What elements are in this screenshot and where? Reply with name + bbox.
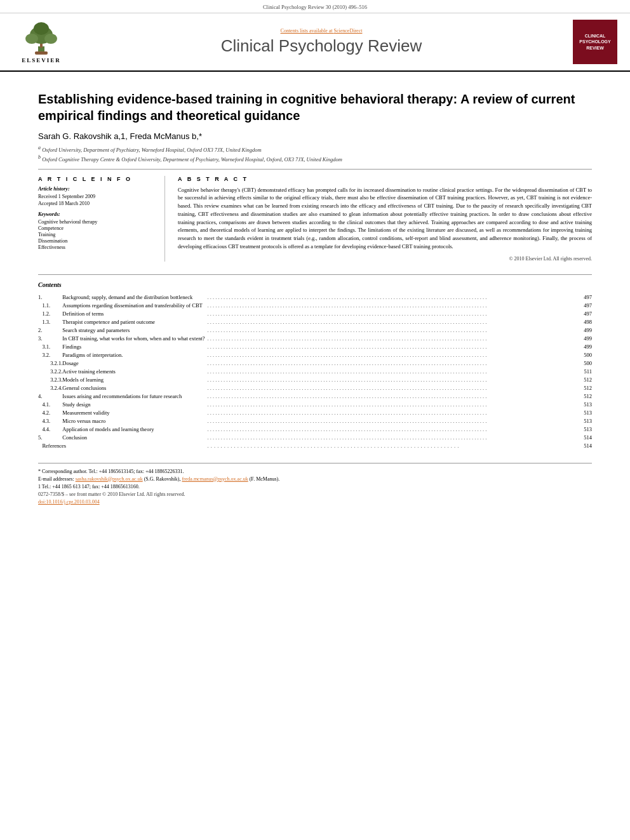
svg-point-3 (25, 34, 38, 44)
keyword-1: Cognitive behavioral therapy (38, 219, 155, 225)
journal-logo-right: CLINICALPSYCHOLOGYREVIEW (573, 20, 617, 64)
toc-sub2-cell (50, 318, 62, 326)
toc-dots: . . . . . . . . . . . . . . . . . . . . … (205, 434, 584, 442)
toc-title-cell: Issues arising and recommendations for f… (62, 392, 204, 401)
toc-sub1-cell (42, 293, 50, 302)
toc-page: 513 (584, 417, 592, 425)
toc-num-cell: 2. (38, 326, 42, 335)
toc-row: 2.Search strategy and parameters . . . .… (38, 326, 592, 335)
toc-row: 1.Background; supply, demand and the dis… (38, 293, 592, 302)
toc-row: 3.In CBT training, what works for whom, … (38, 335, 592, 343)
toc-row: 4.1.Study design . . . . . . . . . . . .… (38, 401, 592, 409)
elsevier-tree-icon (19, 21, 64, 56)
toc-row: References. . . . . . . . . . . . . . . … (38, 442, 592, 450)
journal-header: ELSEVIER Contents lists available at Sci… (0, 13, 630, 72)
toc-sub1-cell: 1.3. (42, 318, 50, 326)
abstract-header: A B S T R A C T (178, 176, 592, 182)
toc-page: 513 (584, 409, 592, 417)
toc-row: 5.Conclusion . . . . . . . . . . . . . .… (38, 434, 592, 442)
doi-link[interactable]: doi:10.1016/j.cpr.2010.03.004 (38, 499, 100, 505)
toc-sub2-cell (50, 335, 62, 343)
toc-sub1-cell: 1.1. (42, 302, 50, 310)
toc-title-cell: In CBT training, what works for whom, wh… (62, 335, 204, 343)
toc-sub2-cell: 3.2.3. (50, 376, 62, 384)
toc-row: 1.1.Assumptions regarding dissemination … (38, 302, 592, 310)
toc-sub2-cell (50, 302, 62, 310)
article-info-abstract: A R T I C L E I N F O Article history: R… (38, 176, 592, 262)
toc-title-cell: Conclusion (62, 434, 204, 442)
toc-row: 3.2.1.Dosage . . . . . . . . . . . . . .… (38, 359, 592, 368)
journal-citation: Clinical Psychology Review 30 (2010) 496… (263, 4, 367, 10)
toc-dots: . . . . . . . . . . . . . . . . . . . . … (205, 442, 584, 450)
toc-sub2-cell (50, 343, 62, 351)
toc-row: 4.Issues arising and recommendations for… (38, 392, 592, 401)
keyword-2: Competence (38, 225, 155, 231)
elsevier-wordmark: ELSEVIER (22, 57, 61, 63)
toc-sub2-cell (50, 425, 62, 434)
toc-title-cell: Measurement validity (62, 409, 204, 417)
toc-sub2-cell (50, 417, 62, 425)
toc-dots: . . . . . . . . . . . . . . . . . . . . … (205, 351, 584, 359)
toc-title-cell: Background; supply, demand and the distr… (62, 293, 204, 302)
toc-page: 497 (584, 310, 592, 318)
svg-point-5 (34, 22, 49, 35)
toc-sub1-cell: 1.2. (42, 310, 50, 318)
toc-dots: . . . . . . . . . . . . . . . . . . . . … (205, 425, 584, 434)
toc-page: 512 (584, 376, 592, 384)
keyword-5: Effectiveness (38, 244, 155, 250)
footnote1: 1 Tel.: +44 1865 613 147; fax: +44 18865… (38, 484, 592, 490)
sciencedirect-label: Contents lists available at ScienceDirec… (70, 28, 573, 34)
svg-point-4 (44, 34, 57, 44)
toc-sub1-cell (42, 359, 50, 368)
toc-dots: . . . . . . . . . . . . . . . . . . . . … (205, 417, 584, 425)
keywords-list: Cognitive behavioral therapy Competence … (38, 219, 155, 250)
toc-title-cell: Assumptions regarding dissemination and … (62, 302, 204, 310)
journal-name: Clinical Psychology Review (70, 36, 573, 56)
toc-page: 512 (584, 392, 592, 401)
article-info-header: A R T I C L E I N F O (38, 176, 155, 182)
history-label: Article history: (38, 186, 155, 192)
keyword-3: Training (38, 232, 155, 237)
toc-row: 4.2.Measurement validity . . . . . . . .… (38, 409, 592, 417)
toc-row: 3.2.3.Models of learning . . . . . . . .… (38, 376, 592, 384)
email2-link[interactable]: freda.mcmanus@psych.ox.ac.uk (182, 476, 248, 482)
sciencedirect-link[interactable]: ScienceDirect (334, 28, 363, 34)
toc-title-cell: Application of models and learning theor… (62, 425, 204, 434)
email1-link[interactable]: sasha.rakovshik@psych.ox.ac.uk (76, 476, 143, 482)
toc-dots: . . . . . . . . . . . . . . . . . . . . … (205, 359, 584, 368)
toc-dots: . . . . . . . . . . . . . . . . . . . . … (205, 302, 584, 310)
article-title: Establishing evidence-based training in … (38, 91, 592, 124)
toc-row: 4.3.Micro versus macro . . . . . . . . .… (38, 417, 592, 425)
toc-dots: . . . . . . . . . . . . . . . . . . . . … (205, 343, 584, 351)
toc-sub1-cell: 3.2. (42, 351, 50, 359)
toc-dots: . . . . . . . . . . . . . . . . . . . . … (205, 318, 584, 326)
toc-dots: . . . . . . . . . . . . . . . . . . . . … (205, 409, 584, 417)
toc-row: 1.2.Definition of terms . . . . . . . . … (38, 310, 592, 318)
toc-row: 3.2.Paradigms of interpretation. . . . .… (38, 351, 592, 359)
toc-title-cell: General conclusions (62, 384, 204, 392)
authors: Sarah G. Rakovshik a,1, Freda McManus b,… (38, 131, 592, 141)
corresponding-note-text: * Corresponding author. Tel.: +44 186561… (38, 469, 184, 474)
affiliation-b: b Oxford Cognitive Therapy Centre & Oxfo… (38, 154, 592, 163)
toc-title-cell: Findings (62, 343, 204, 351)
toc-sub1-cell: 4.3. (42, 417, 50, 425)
toc-sub2-cell (50, 293, 62, 302)
toc-sub2-cell: 3.2.4. (50, 384, 62, 392)
svg-rect-6 (35, 51, 48, 55)
toc-page: 513 (584, 425, 592, 434)
toc-dots: . . . . . . . . . . . . . . . . . . . . … (205, 326, 584, 335)
doi-line: doi:10.1016/j.cpr.2010.03.004 (38, 499, 592, 505)
toc-row: 4.4.Application of models and learning t… (38, 425, 592, 434)
toc-page: 499 (584, 326, 592, 335)
abstract-text: Cognitive behavior therapy's (CBT) demon… (178, 186, 592, 251)
toc-page: 500 (584, 359, 592, 368)
page: Clinical Psychology Review 30 (2010) 496… (0, 0, 630, 840)
toc-title-cell: Active training elements (62, 368, 204, 376)
email-label: E-mail addresses: (38, 476, 76, 482)
issn-line: 0272-7358/$ – see front matter © 2010 El… (38, 491, 592, 497)
toc-row: 3.1.Findings . . . . . . . . . . . . . .… (38, 343, 592, 351)
journal-logo-text: CLINICALPSYCHOLOGYREVIEW (579, 33, 610, 50)
toc-sub1-cell: 4.1. (42, 401, 50, 409)
accepted-date: Accepted 18 March 2010 (38, 201, 155, 206)
toc-sub2-cell (50, 401, 62, 409)
